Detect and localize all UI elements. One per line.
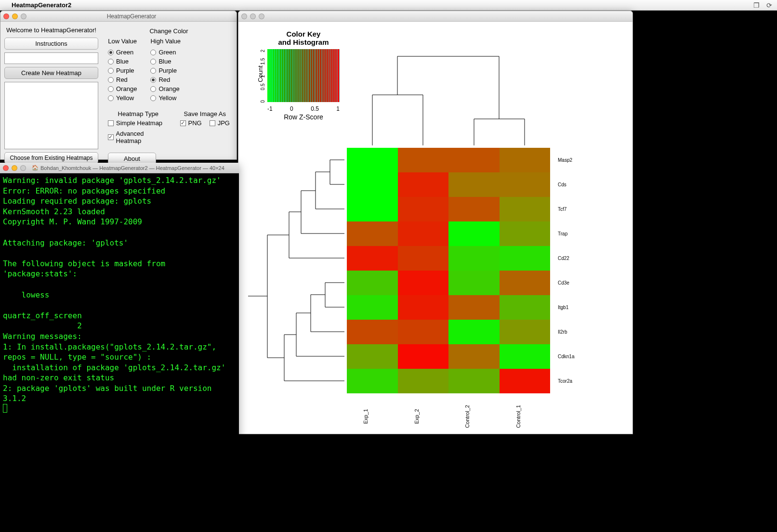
- column-labels: Exp_1Exp_2Control_2Control_1: [347, 397, 550, 426]
- color-key-title-1: Color Key: [267, 30, 340, 39]
- ytick: 1.5: [260, 58, 265, 65]
- plot-window: Color Key and Histogram Count 00.511.52 …: [238, 11, 633, 434]
- radio-icon: [150, 50, 156, 55]
- simple-heatmap-checkbox[interactable]: Simple Heatmap: [108, 119, 169, 127]
- png-label: PNG: [188, 119, 202, 127]
- terminal-output[interactable]: Warning: invalid package 'gplots_2.14.2.…: [0, 173, 239, 447]
- heatmap-cell: [398, 295, 449, 320]
- row-label: Il2rb: [554, 320, 593, 344]
- heatmap-cell: [398, 344, 449, 369]
- high-orange-radio[interactable]: Orange: [150, 85, 181, 92]
- heatmap-cell: [448, 172, 500, 197]
- heatmap-type-label: Heatmap Type: [108, 110, 169, 117]
- low-orange-radio[interactable]: Orange: [108, 85, 137, 92]
- high-blue-radio[interactable]: Blue: [150, 58, 181, 65]
- color-key-title-2: and Histogram: [267, 39, 340, 47]
- heatmap-cell: [500, 369, 551, 393]
- advanced-heatmap-checkbox[interactable]: Advanced Heatmap: [108, 130, 169, 144]
- high-purple-radio[interactable]: Purple: [150, 67, 181, 74]
- terminal-titlebar[interactable]: 🏠 Bohdan_Khomtchouk — HeatmapGenerator2 …: [0, 163, 239, 173]
- heatmap-cell: [347, 148, 398, 172]
- radio-icon: [108, 77, 114, 83]
- heatmap-cell: [398, 221, 449, 246]
- minimize-icon[interactable]: [12, 165, 17, 171]
- high-red-radio[interactable]: Red: [150, 76, 181, 83]
- column-label: Control_2: [464, 391, 484, 442]
- color-key-xlabel: Row Z-Score: [267, 113, 340, 121]
- radio-label: Yellow: [116, 94, 134, 102]
- row-labels: Masp2CdsTcf7TrapCd22Cd3eItgb1Il2rbCdkn1a…: [554, 148, 593, 393]
- heatmap-cell: [347, 197, 398, 221]
- xtick: -1: [267, 105, 273, 112]
- radio-icon: [108, 50, 114, 55]
- radio-label: Yellow: [158, 94, 176, 102]
- plot-window-titlebar[interactable]: [238, 11, 632, 22]
- terminal-window: 🏠 Bohdan_Khomtchouk — HeatmapGenerator2 …: [0, 163, 239, 447]
- radio-icon: [150, 77, 156, 83]
- heatmap-cell: [398, 197, 449, 221]
- control-window-titlebar[interactable]: HeatmapGenerator: [0, 11, 237, 22]
- column-label: Control_1: [515, 391, 534, 442]
- heatmap-cell: [500, 221, 551, 246]
- low-yellow-radio[interactable]: Yellow: [108, 94, 137, 102]
- terminal-title: Bohdan_Khomtchouk — HeatmapGenerator2 — …: [39, 165, 236, 171]
- instructions-button[interactable]: Instructions: [4, 38, 98, 50]
- radio-label: Green: [116, 49, 133, 56]
- low-blue-radio[interactable]: Blue: [108, 58, 137, 65]
- close-icon[interactable]: [3, 13, 9, 19]
- xtick: 1: [336, 105, 340, 112]
- window-title: HeatmapGenerator: [29, 13, 234, 20]
- radio-icon: [150, 86, 156, 92]
- close-icon[interactable]: [241, 13, 247, 19]
- macos-menubar: HeatmapGenerator2 ❐ ⟳: [0, 0, 777, 11]
- heatmap-cell: [398, 369, 449, 393]
- zoom-icon[interactable]: [21, 13, 26, 19]
- high-green-radio[interactable]: Green: [150, 49, 181, 56]
- column-label: Exp_1: [363, 391, 382, 442]
- heatmap-cell: [448, 271, 500, 295]
- heatmap-cell: [448, 369, 500, 393]
- heatmap-cell: [448, 221, 500, 246]
- choose-existing-button[interactable]: Choose from Existing Heatmaps: [4, 152, 98, 164]
- heatmap-cell: [347, 320, 398, 344]
- ytick: 0: [260, 96, 265, 103]
- row-label: Itgb1: [554, 295, 593, 320]
- menubar-right-icons: ❐ ⟳: [749, 1, 772, 9]
- jpg-checkbox[interactable]: JPG: [210, 119, 230, 127]
- overlap-icon[interactable]: ❐: [753, 1, 760, 9]
- heatmap-cell: [448, 148, 500, 172]
- minimize-icon[interactable]: [250, 13, 256, 19]
- close-icon[interactable]: [3, 165, 9, 171]
- heatmap-cell: [500, 197, 551, 221]
- ytick: 1: [260, 71, 265, 78]
- zoom-icon[interactable]: [259, 13, 264, 19]
- row-label: Cdkn1a: [554, 344, 593, 369]
- heatmap-cell: [448, 320, 500, 344]
- heatmap-cell: [500, 320, 551, 344]
- png-checkbox[interactable]: PNG: [180, 119, 202, 127]
- heatmap-cell: [448, 246, 500, 271]
- filename-input[interactable]: [4, 52, 98, 64]
- heatmap-cell: [500, 344, 551, 369]
- welcome-label: Welcome to HeatmapGenerator!: [4, 26, 98, 35]
- low-red-radio[interactable]: Red: [108, 76, 137, 83]
- heatmap-cell: [347, 295, 398, 320]
- heatmap-cell: [398, 172, 449, 197]
- heatmap-grid: [347, 148, 550, 393]
- high-yellow-radio[interactable]: Yellow: [150, 94, 181, 102]
- advanced-heatmap-label: Advanced Heatmap: [116, 130, 169, 144]
- heatmap-cell: [347, 369, 398, 393]
- radio-icon: [108, 86, 114, 92]
- create-heatmap-button[interactable]: Create New Heatmap: [4, 67, 98, 79]
- radio-label: Orange: [158, 85, 179, 92]
- zoom-icon[interactable]: [20, 165, 26, 171]
- low-purple-radio[interactable]: Purple: [108, 67, 137, 74]
- app-name: HeatmapGenerator2: [12, 1, 71, 9]
- xtick: 0.5: [311, 105, 319, 112]
- sync-icon[interactable]: ⟳: [766, 1, 772, 9]
- heatmaps-listbox[interactable]: [4, 82, 98, 149]
- minimize-icon[interactable]: [12, 13, 18, 19]
- ytick: 0.5: [260, 83, 265, 90]
- low-green-radio[interactable]: Green: [108, 49, 137, 56]
- heatmap-cell: [347, 221, 398, 246]
